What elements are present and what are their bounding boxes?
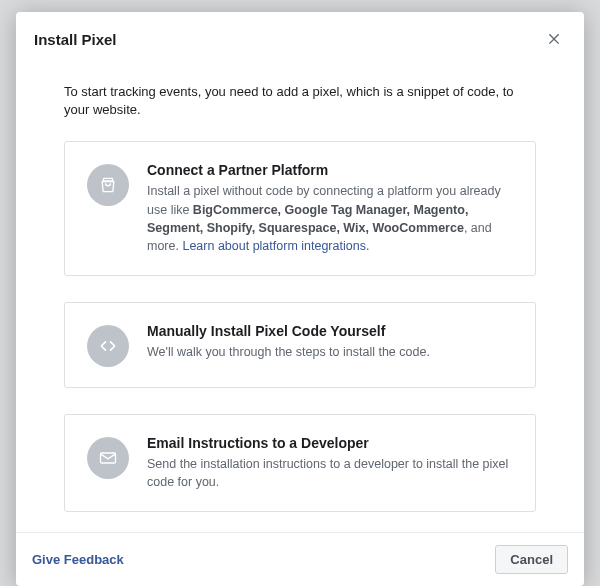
option-manual-install[interactable]: Manually Install Pixel Code Yourself We'… [64,302,536,388]
option-manual-desc: We'll walk you through the steps to inst… [147,343,513,361]
option-partner-body: Connect a Partner Platform Install a pix… [147,162,513,255]
option-manual-title: Manually Install Pixel Code Yourself [147,323,513,339]
modal-footer: Give Feedback Cancel [16,532,584,586]
shopping-bag-icon [87,164,129,206]
modal-title: Install Pixel [34,31,117,48]
option-partner-platform[interactable]: Connect a Partner Platform Install a pix… [64,141,536,276]
svg-rect-0 [101,453,116,463]
install-pixel-modal: Install Pixel To start tracking events, … [16,12,584,586]
option-email-title: Email Instructions to a Developer [147,435,513,451]
option-partner-desc: Install a pixel without code by connecti… [147,182,513,255]
close-icon [546,30,562,49]
option-email-body: Email Instructions to a Developer Send t… [147,435,513,491]
option-email-developer[interactable]: Email Instructions to a Developer Send t… [64,414,536,512]
intro-text: To start tracking events, you need to ad… [64,83,536,119]
option-manual-body: Manually Install Pixel Code Yourself We'… [147,323,513,367]
option-partner-list: BigCommerce, Google Tag Manager, Magento… [147,203,468,235]
modal-header: Install Pixel [16,12,584,65]
modal-body: To start tracking events, you need to ad… [16,65,584,532]
option-partner-title: Connect a Partner Platform [147,162,513,178]
code-icon [87,325,129,367]
learn-integrations-link[interactable]: Learn about platform integrations. [182,239,369,253]
give-feedback-link[interactable]: Give Feedback [32,552,124,567]
envelope-icon [87,437,129,479]
cancel-button[interactable]: Cancel [495,545,568,574]
option-email-desc: Send the installation instructions to a … [147,455,513,491]
close-button[interactable] [542,26,566,53]
